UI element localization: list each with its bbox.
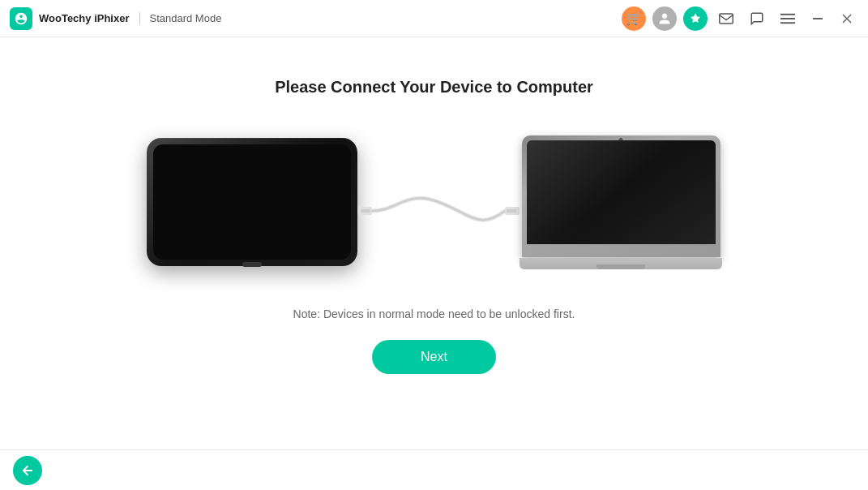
usb-cable [357, 178, 520, 243]
svg-rect-8 [361, 209, 370, 213]
account-icon [658, 12, 671, 25]
app-mode: Standard Mode [150, 12, 222, 24]
iphone-screen [153, 144, 351, 260]
device-illustration [126, 129, 742, 275]
shop-button[interactable]: 🛒 [622, 6, 646, 31]
titlebar: WooTechy iPhixer Standard Mode 🛒 [0, 0, 868, 37]
app-logo [10, 7, 32, 30]
chat-icon [750, 11, 764, 26]
laptop-screen-outer [522, 135, 720, 257]
mail-button[interactable] [714, 6, 738, 31]
page-title: Please Connect Your Device to Computer [275, 78, 593, 97]
next-button[interactable]: Next [372, 340, 496, 374]
laptop-screen [527, 140, 716, 244]
account-button[interactable] [652, 6, 677, 31]
app-name: WooTechy iPhixer [39, 12, 130, 24]
title-divider [139, 12, 140, 25]
minimize-icon [813, 18, 823, 19]
mail-icon [719, 13, 733, 24]
upgrade-icon [689, 12, 702, 25]
iphone-home-button [242, 262, 262, 267]
laptop-device [520, 135, 722, 269]
main-content: Please Connect Your Device to Computer [0, 37, 868, 449]
iphone-device [147, 138, 357, 266]
svg-rect-10 [507, 209, 516, 213]
close-icon [842, 14, 852, 24]
logo-icon [14, 11, 28, 26]
minimize-button[interactable] [806, 7, 829, 30]
cable-svg [357, 178, 520, 243]
upgrade-button[interactable] [683, 6, 708, 31]
close-button[interactable] [836, 7, 858, 30]
svg-rect-0 [720, 14, 733, 24]
back-arrow-icon [20, 463, 35, 478]
svg-rect-4 [813, 18, 823, 19]
chat-button[interactable] [745, 6, 769, 31]
laptop-base [520, 258, 722, 269]
back-button[interactable] [13, 456, 42, 485]
menu-icon [780, 13, 795, 24]
bottom-bar [0, 449, 868, 490]
titlebar-icons: 🛒 [622, 6, 858, 31]
note-text: Note: Devices in normal mode need to be … [293, 307, 575, 320]
menu-button[interactable] [776, 6, 800, 31]
